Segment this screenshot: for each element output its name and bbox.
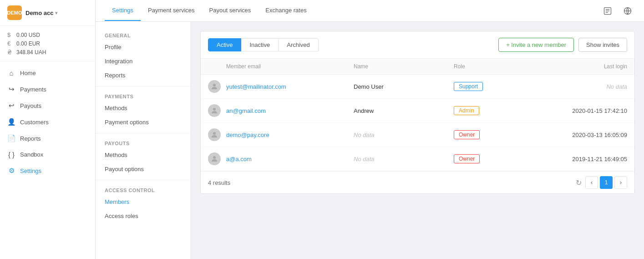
tab-exchange-rates[interactable]: Exchange rates	[258, 0, 314, 21]
svg-point-7	[213, 108, 216, 111]
col-last-login: Last login	[527, 63, 627, 70]
svg-point-8	[213, 132, 216, 135]
filter-tab-archived[interactable]: Archived	[279, 38, 319, 51]
usd-icon: $	[7, 31, 14, 38]
sidebar-item-reports[interactable]: 📄 Reports	[0, 130, 95, 147]
panel-item-reports[interactable]: Reports	[96, 68, 191, 82]
uah-icon: ₴	[7, 49, 14, 56]
account-name[interactable]: Demo acc ▾	[25, 10, 57, 16]
tab-payment-services[interactable]: Payment services	[141, 0, 202, 21]
eur-icon: €	[7, 40, 14, 47]
member-last-login-4: 2019-11-21 16:49:05	[527, 156, 627, 163]
balance-usd: $ 0.00 USD	[7, 30, 88, 39]
section-payouts: PAYOUTS	[96, 137, 191, 148]
sidebar-item-customers[interactable]: 👤 Customers	[0, 114, 95, 130]
section-access-control: ACCESS CONTROL	[96, 184, 191, 195]
refresh-icon[interactable]: ↻	[576, 178, 582, 187]
member-role-2: Admin	[454, 106, 527, 115]
table-header: Member email Name Role Last login	[201, 59, 634, 75]
panel-item-payout-methods[interactable]: Methods	[96, 148, 191, 162]
table-row: yutest@mailinator.com Demo User Support …	[201, 75, 634, 99]
member-last-login-2: 2020-01-15 17:42:10	[527, 107, 627, 114]
section-payments: PAYMENTS	[96, 90, 191, 101]
member-email-2[interactable]: an@gmail.com	[226, 107, 354, 114]
section-general: GENERAL	[96, 29, 191, 40]
member-name-3: No data	[354, 132, 454, 138]
col-name: Name	[354, 63, 454, 70]
results-count: 4 results	[208, 179, 230, 186]
panel-item-payout-options[interactable]: Payout options	[96, 162, 191, 176]
balance-uah: ₴ 348.84 UAH	[7, 48, 88, 56]
panel-item-members[interactable]: Members	[96, 195, 191, 209]
member-name-1: Demo User	[354, 83, 454, 90]
member-role-3: Owner	[454, 130, 527, 139]
svg-point-6	[213, 84, 216, 86]
table-row: an@gmail.com Andrew Admin 2020-01-15 17:…	[201, 99, 634, 123]
avatar	[208, 104, 221, 117]
filter-tab-inactive[interactable]: Inactive	[241, 38, 279, 51]
role-badge-admin: Admin	[454, 106, 479, 115]
member-email-1[interactable]: yutest@mailinator.com	[226, 83, 354, 90]
top-nav-icons	[600, 4, 635, 18]
customers-icon: 👤	[7, 118, 15, 126]
sandbox-icon: { }	[7, 151, 15, 158]
member-name-4: No data	[354, 156, 454, 163]
role-badge-owner-2: Owner	[454, 154, 480, 163]
sidebar-item-home[interactable]: ⌂ Home	[0, 65, 95, 81]
members-card: Active Inactive Archived + Invite a new …	[200, 31, 635, 194]
panel-item-profile[interactable]: Profile	[96, 40, 191, 54]
document-icon[interactable]	[600, 4, 615, 18]
sidebar-item-settings[interactable]: ⚙ Settings	[0, 163, 95, 179]
settings-left-panel: GENERAL Profile Integration Reports PAYM…	[96, 22, 191, 259]
prev-page-button[interactable]: ‹	[585, 176, 598, 189]
panel-item-payment-methods[interactable]: Methods	[96, 101, 191, 115]
top-nav: Settings Payment services Payout service…	[96, 0, 644, 22]
col-email: Member email	[226, 63, 354, 70]
pagination: ‹ 1 ›	[585, 176, 627, 189]
home-icon: ⌂	[7, 69, 15, 77]
panel-item-integration[interactable]: Integration	[96, 54, 191, 68]
content-area: GENERAL Profile Integration Reports PAYM…	[96, 22, 644, 259]
main-content: Settings Payment services Payout service…	[96, 0, 644, 259]
sidebar-logo: DEMO	[7, 5, 22, 20]
filter-actions: + Invite a new member Show invites	[498, 38, 627, 52]
next-page-button[interactable]: ›	[614, 176, 627, 189]
filter-tab-active[interactable]: Active	[208, 38, 241, 51]
table-row: a@a.com No data Owner 2019-11-21 16:49:0…	[201, 147, 634, 171]
table-row: demo@pay.core No data Owner 2020-03-13 1…	[201, 123, 634, 147]
sidebar-item-sandbox[interactable]: { } Sandbox	[0, 147, 95, 163]
member-email-3[interactable]: demo@pay.core	[226, 132, 354, 138]
show-invites-button[interactable]: Show invites	[578, 38, 627, 52]
filter-tabs: Active Inactive Archived	[208, 38, 319, 51]
member-name-2: Andrew	[354, 107, 454, 114]
member-role-1: Support	[454, 82, 527, 91]
payouts-icon: ↩	[7, 102, 15, 110]
top-nav-tabs: Settings Payment services Payout service…	[105, 0, 314, 21]
settings-icon: ⚙	[7, 167, 15, 175]
sidebar-nav: ⌂ Home ↪ Payments ↩ Payouts 👤 Customers …	[0, 61, 95, 183]
invite-member-button[interactable]: + Invite a new member	[498, 38, 574, 52]
sidebar: DEMO Demo acc ▾ $ 0.00 USD € 0.00 EUR ₴ …	[0, 0, 96, 259]
member-last-login-3: 2020-03-13 16:05:09	[527, 132, 627, 138]
table-footer: 4 results ↻ ‹ 1 ›	[201, 171, 634, 193]
globe-icon[interactable]	[620, 4, 635, 18]
col-avatar	[208, 63, 226, 70]
page-1-button[interactable]: 1	[600, 176, 613, 189]
avatar	[208, 152, 221, 165]
sidebar-item-payments[interactable]: ↪ Payments	[0, 81, 95, 97]
member-role-4: Owner	[454, 154, 527, 163]
panel-item-access-roles[interactable]: Access roles	[96, 209, 191, 223]
avatar	[208, 80, 221, 93]
avatar	[208, 128, 221, 141]
tab-settings[interactable]: Settings	[105, 0, 141, 21]
member-last-login-1: No data	[527, 83, 627, 90]
member-email-4[interactable]: a@a.com	[226, 156, 354, 163]
panel-item-payment-options[interactable]: Payment options	[96, 115, 191, 129]
tab-payout-services[interactable]: Payout services	[202, 0, 259, 21]
payments-icon: ↪	[7, 85, 15, 93]
members-panel: Active Inactive Archived + Invite a new …	[191, 22, 644, 259]
col-role: Role	[454, 63, 527, 70]
sidebar-item-payouts[interactable]: ↩ Payouts	[0, 97, 95, 114]
chevron-down-icon: ▾	[55, 10, 57, 15]
filter-bar: Active Inactive Archived + Invite a new …	[201, 31, 634, 59]
